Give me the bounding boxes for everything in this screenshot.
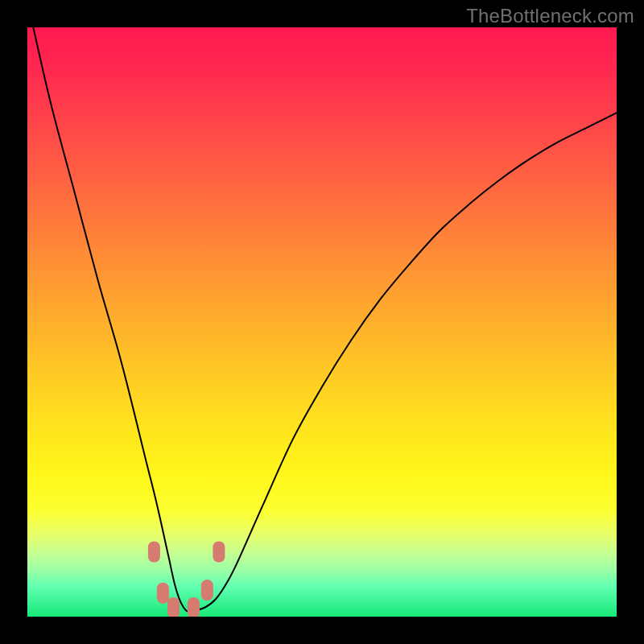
chart-svg xyxy=(27,27,617,617)
plot-area xyxy=(27,27,617,617)
curve-marker xyxy=(213,542,225,563)
curve-marker xyxy=(167,597,180,617)
chart-frame: TheBottleneck.com xyxy=(0,0,644,644)
watermark-text: TheBottleneck.com xyxy=(466,5,634,27)
curve-marker xyxy=(188,597,200,617)
curve-marker xyxy=(157,583,169,604)
curve-marker xyxy=(148,542,160,563)
bottleneck-curve xyxy=(33,27,617,612)
curve-markers xyxy=(148,542,225,617)
curve-marker xyxy=(201,580,213,601)
